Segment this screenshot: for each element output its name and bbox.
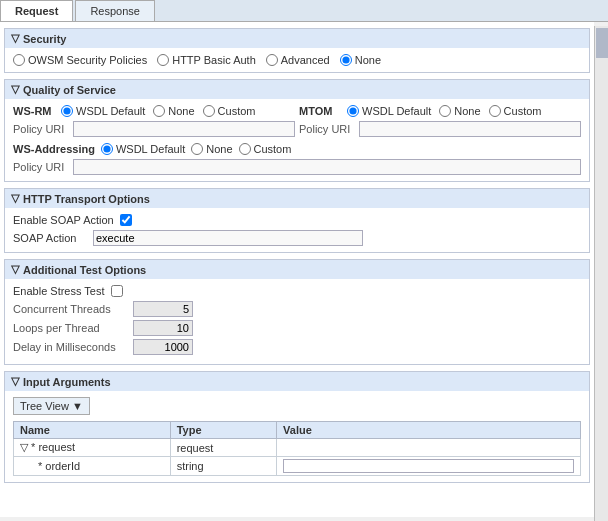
soap-action-input[interactable] <box>93 230 363 246</box>
col-type-header: Type <box>170 422 276 439</box>
mtom-policy-input[interactable] <box>359 121 581 137</box>
soap-action-row: SOAP Action <box>13 230 581 246</box>
test-options-header: ▽ Additional Test Options <box>5 260 589 279</box>
security-body: OWSM Security Policies HTTP Basic Auth A… <box>5 48 589 72</box>
wsrm-custom-radio[interactable] <box>203 105 215 117</box>
wsrm-wsdl-radio[interactable] <box>61 105 73 117</box>
mtom-custom-radio[interactable] <box>489 105 501 117</box>
delay-row: Delay in Milliseconds <box>13 339 581 355</box>
concurrent-threads-label: Concurrent Threads <box>13 303 133 315</box>
security-section: ▽ Security OWSM Security Policies HTTP B… <box>4 28 590 73</box>
tree-view-button[interactable]: Tree View ▼ <box>13 397 90 415</box>
tree-view-bar: Tree View ▼ <box>13 397 581 415</box>
mtom-none: None <box>439 105 480 117</box>
qos-main-row: WS-RM WSDL Default None Cu <box>13 105 581 139</box>
security-owsm-radio[interactable] <box>13 54 25 66</box>
table-row: * orderId string <box>14 457 581 476</box>
security-radio-group: OWSM Security Policies HTTP Basic Auth A… <box>13 54 581 66</box>
delay-label: Delay in Milliseconds <box>13 341 133 353</box>
enable-soap-checkbox[interactable] <box>120 214 132 226</box>
input-args-section: ▽ Input Arguments Tree View ▼ Name <box>4 371 590 483</box>
wsaddr-custom-label: Custom <box>254 143 292 155</box>
col-value-header: Value <box>277 422 581 439</box>
wsrm-row: WS-RM WSDL Default None Cu <box>13 105 295 117</box>
security-owsm: OWSM Security Policies <box>13 54 147 66</box>
wsrm-custom: Custom <box>203 105 256 117</box>
enable-stress-checkbox[interactable] <box>111 285 123 297</box>
wsrm-wsdl: WSDL Default <box>61 105 145 117</box>
wsaddr-policy-label: Policy URI <box>13 161 73 173</box>
security-http-label: HTTP Basic Auth <box>172 54 256 66</box>
tree-view-dropdown-icon: ▼ <box>72 400 83 412</box>
wsaddr-none-radio[interactable] <box>191 143 203 155</box>
security-http: HTTP Basic Auth <box>157 54 256 66</box>
input-args-header: ▽ Input Arguments <box>5 372 589 391</box>
input-args-table: Name Type Value <box>13 421 581 476</box>
concurrent-threads-input[interactable] <box>133 301 193 317</box>
enable-soap-row: Enable SOAP Action <box>13 214 581 226</box>
table-row: ▽ * request request <box>14 439 581 457</box>
wsaddr-custom-radio[interactable] <box>239 143 251 155</box>
mtom-wsdl-radio[interactable] <box>347 105 359 117</box>
wsaddr-row: WS-Addressing WSDL Default None Custom <box>13 143 581 155</box>
tab-response[interactable]: Response <box>75 0 155 21</box>
row-orderid-value[interactable] <box>277 457 581 476</box>
mtom-row: MTOM WSDL Default None Cus <box>299 105 581 117</box>
wsaddr-wsdl-label: WSDL Default <box>116 143 185 155</box>
http-body: Enable SOAP Action SOAP Action <box>5 208 589 252</box>
col-name-header: Name <box>14 422 171 439</box>
wsaddr-wsdl: WSDL Default <box>101 143 185 155</box>
test-options-section: ▽ Additional Test Options Enable Stress … <box>4 259 590 365</box>
scrollbar-thumb[interactable] <box>596 28 608 58</box>
qos-section: ▽ Quality of Service WS-RM WSDL Default <box>4 79 590 182</box>
security-advanced-radio[interactable] <box>266 54 278 66</box>
row-request-name: ▽ * request <box>14 439 171 457</box>
input-args-body: Tree View ▼ Name Type <box>5 391 589 482</box>
test-options-title: Additional Test Options <box>23 264 146 276</box>
concurrent-threads-row: Concurrent Threads <box>13 301 581 317</box>
wsaddr-policy-input[interactable] <box>73 159 581 175</box>
mtom-none-label: None <box>454 105 480 117</box>
wsrm-policy-label: Policy URI <box>13 123 73 135</box>
tab-request[interactable]: Request <box>0 0 73 21</box>
qos-body: WS-RM WSDL Default None Cu <box>5 99 589 181</box>
wsaddr-none-label: None <box>206 143 232 155</box>
security-chevron: ▽ <box>11 32 19 45</box>
input-args-title: Input Arguments <box>23 376 111 388</box>
mtom-col: MTOM WSDL Default None Cus <box>299 105 581 139</box>
security-none-label: None <box>355 54 381 66</box>
delay-input[interactable] <box>133 339 193 355</box>
test-options-chevron: ▽ <box>11 263 19 276</box>
enable-stress-label: Enable Stress Test <box>13 285 105 297</box>
mtom-policy-row: Policy URI <box>299 121 581 137</box>
security-advanced: Advanced <box>266 54 330 66</box>
http-header: ▽ HTTP Transport Options <box>5 189 589 208</box>
wsrm-none-label: None <box>168 105 194 117</box>
tree-view-label: Tree View <box>20 400 69 412</box>
orderid-value-input[interactable] <box>283 459 574 473</box>
enable-stress-row: Enable Stress Test <box>13 285 581 297</box>
security-advanced-label: Advanced <box>281 54 330 66</box>
content-area: ▽ Security OWSM Security Policies HTTP B… <box>0 22 594 517</box>
wsrm-policy-input[interactable] <box>73 121 295 137</box>
row-orderid-type: string <box>170 457 276 476</box>
wsrm-none-radio[interactable] <box>153 105 165 117</box>
wsrm-wsdl-label: WSDL Default <box>76 105 145 117</box>
security-none-radio[interactable] <box>340 54 352 66</box>
mtom-custom: Custom <box>489 105 542 117</box>
loops-per-thread-input[interactable] <box>133 320 193 336</box>
security-http-radio[interactable] <box>157 54 169 66</box>
wsaddr-wsdl-radio[interactable] <box>101 143 113 155</box>
mtom-policy-label: Policy URI <box>299 123 359 135</box>
qos-header: ▽ Quality of Service <box>5 80 589 99</box>
wsrm-none: None <box>153 105 194 117</box>
http-chevron: ▽ <box>11 192 19 205</box>
qos-title: Quality of Service <box>23 84 116 96</box>
security-header: ▽ Security <box>5 29 589 48</box>
row-request-value <box>277 439 581 457</box>
expand-icon: ▽ <box>20 441 31 453</box>
loops-per-thread-label: Loops per Thread <box>13 322 133 334</box>
wsrm-col: WS-RM WSDL Default None Cu <box>13 105 295 139</box>
mtom-none-radio[interactable] <box>439 105 451 117</box>
scrollbar[interactable] <box>594 26 608 521</box>
